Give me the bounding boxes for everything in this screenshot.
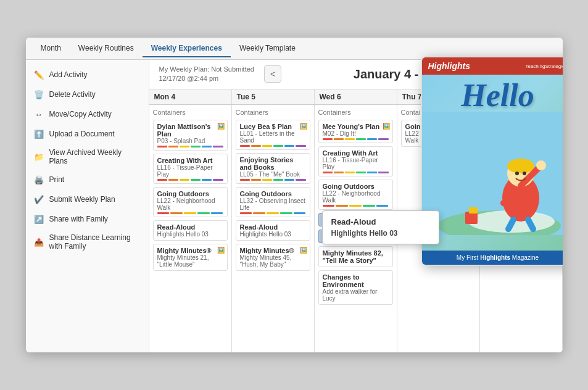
card-icon: 🖼️ bbox=[383, 123, 390, 130]
tooltip-subtitle: Highlights Hello 03 bbox=[331, 229, 430, 238]
magazine-overlay: Highlights TeachingStrategies Hello bbox=[421, 56, 563, 266]
activity-card[interactable]: 🖼️ Dylan Mattison's Plan P03 - Splash Pa… bbox=[153, 120, 228, 151]
sidebar-item-submit-weekly-plan[interactable]: ✔️ Submit Weekly Plan bbox=[26, 189, 149, 209]
activity-title: Mighty Minutes 82, "Tell Me a Story" bbox=[323, 249, 389, 264]
tab-month[interactable]: Month bbox=[32, 40, 70, 57]
activity-title: Dylan Mattison's Plan bbox=[157, 123, 223, 138]
activity-card-changes[interactable]: Changes to Environment Add extra walker … bbox=[318, 270, 393, 305]
sidebar-item-print[interactable]: 🖨️ Print bbox=[26, 170, 149, 189]
activity-card[interactable]: Creating With Art LL16 - Tissue-Paper Pl… bbox=[153, 154, 228, 184]
card-stripes bbox=[323, 138, 389, 140]
print-label: Print bbox=[49, 175, 65, 184]
magazine-brand: Highlights bbox=[428, 61, 470, 71]
activity-card[interactable]: 🖼️ Mighty Minutes® Mighty Minutes 21, "L… bbox=[153, 244, 228, 271]
activity-card[interactable]: Going Outdoors LL22 - Neighborhood Walk bbox=[318, 180, 393, 210]
share-distance-icon: 📤 bbox=[33, 236, 44, 247]
share-family-label: Share with Family bbox=[49, 215, 108, 223]
card-stripes bbox=[323, 205, 389, 207]
card-icon: 🖼️ bbox=[300, 247, 307, 254]
sidebar-item-delete-activity[interactable]: 🗑️ Delete Activity bbox=[26, 85, 149, 104]
plan-status-text: My Weekly Plan: Not Submitted bbox=[159, 65, 254, 74]
sidebar-item-view-archived[interactable]: 📁 View Archived Weekly Plans bbox=[26, 144, 149, 170]
svg-line-10 bbox=[528, 220, 533, 229]
card-stripes bbox=[323, 172, 389, 173]
activity-card[interactable]: Enjoying Stories and Books LL05 - The "M… bbox=[236, 153, 310, 184]
activity-sub: LL32 - Observing Insect Life bbox=[240, 197, 306, 211]
print-icon: 🖨️ bbox=[33, 174, 44, 185]
svg-point-14 bbox=[523, 172, 526, 175]
tab-weekly-routines[interactable]: Weekly Routines bbox=[70, 40, 143, 57]
view-archived-label: View Archived Weekly Plans bbox=[49, 148, 141, 165]
card-icon: 🖼️ bbox=[300, 123, 307, 130]
svg-point-7 bbox=[536, 160, 546, 170]
magazine-illustration bbox=[422, 112, 563, 235]
activity-sub: LL16 - Tissue-Paper Play bbox=[157, 164, 223, 178]
move-copy-icon: ↔️ bbox=[33, 109, 44, 120]
activity-card[interactable]: Mighty Minutes 82, "Tell Me a Story" bbox=[318, 246, 393, 267]
day-header-mon: Mon 4 bbox=[149, 89, 232, 104]
tab-weekly-template[interactable]: Weekly Template bbox=[231, 40, 304, 57]
activity-sub: Add extra walker for Lucy bbox=[323, 288, 389, 302]
activity-sub: Highlights Hello 03 bbox=[157, 231, 223, 238]
day-col-tue: Containers 🖼️ Lucy Bea $ Plan LL01 - Let… bbox=[232, 105, 315, 352]
card-stripes bbox=[157, 146, 223, 147]
activity-sub: LL05 - The "Me" Book bbox=[240, 171, 306, 178]
activity-card[interactable]: Going Outdoors LL22 - Neighborhood Walk bbox=[153, 187, 228, 217]
activity-sub: Mighty Minutes 45, "Hush, My Baby" bbox=[240, 254, 306, 268]
activity-card[interactable]: 🖼️ Mighty Minutes® Mighty Minutes 45, "H… bbox=[236, 244, 310, 271]
day-header-tue: Tue 5 bbox=[232, 89, 315, 104]
activity-title: Creating With Art bbox=[323, 149, 389, 157]
activity-title: Read-Aloud bbox=[157, 223, 223, 231]
svg-point-5 bbox=[507, 159, 534, 173]
containers-label-tue: Containers bbox=[236, 109, 310, 116]
magazine-hello: Hello bbox=[422, 75, 563, 112]
delete-activity-label: Delete Activity bbox=[49, 90, 96, 99]
move-copy-label: Move/Copy Activity bbox=[49, 110, 112, 118]
card-stripes bbox=[240, 179, 306, 181]
sidebar-item-upload[interactable]: ⬆️ Upload a Document bbox=[26, 124, 149, 144]
add-activity-icon: ✏️ bbox=[33, 69, 44, 80]
plan-status: My Weekly Plan: Not Submitted 12/17/20 @… bbox=[159, 65, 254, 84]
day-header-wed: Wed 6 bbox=[315, 89, 397, 104]
magazine-header: Highlights TeachingStrategies bbox=[422, 57, 563, 75]
activity-card[interactable]: 🖼️ Lucy Bea $ Plan LL01 - Letters in the… bbox=[236, 120, 310, 150]
activity-card[interactable]: Creating With Art LL16 - Tissue-Paper Pl… bbox=[318, 146, 393, 176]
activity-sub: LL16 - Tissue-Paper Play bbox=[323, 157, 389, 170]
submit-icon: ✔️ bbox=[33, 194, 44, 205]
tooltip-title: Read-Aloud bbox=[331, 217, 430, 226]
prev-arrow[interactable]: < bbox=[264, 65, 281, 83]
sidebar-item-move-copy[interactable]: ↔️ Move/Copy Activity bbox=[26, 104, 149, 124]
activity-title: Mee Young's Plan bbox=[323, 123, 389, 130]
activity-card[interactable]: 🖼️ Mee Young's Plan M02 - Dig It! bbox=[318, 120, 393, 143]
containers-label-mon: Containers bbox=[153, 109, 228, 116]
activity-title: Read-Aloud bbox=[240, 223, 306, 231]
activity-title: Lucy Bea $ Plan bbox=[240, 123, 306, 130]
activity-title: Mighty Minutes® bbox=[157, 247, 223, 254]
magazine-footer: My First Highlights Magazine bbox=[422, 251, 563, 265]
activity-sub: LL22 - Neighborhood Walk bbox=[157, 197, 223, 211]
sidebar-item-share-family[interactable]: ↗️ Share with Family bbox=[26, 209, 149, 229]
activity-card[interactable]: Read-Aloud Highlights Hello 03 bbox=[236, 220, 310, 241]
activity-card[interactable]: Read-Aloud Highlights Hello 03 bbox=[153, 220, 228, 241]
share-distance-label: Share Distance Learning with Family bbox=[49, 233, 141, 251]
activity-title: Mighty Minutes® bbox=[240, 247, 306, 254]
sidebar-item-share-distance[interactable]: 📤 Share Distance Learning with Family bbox=[26, 229, 149, 255]
activity-title: Going Outdoors bbox=[240, 190, 306, 197]
activity-sub: LL22 - Neighborhood Walk bbox=[323, 190, 389, 204]
containers-label-wed: Containers bbox=[318, 109, 393, 116]
activity-card[interactable]: Going Outdoors LL32 - Observing Insect L… bbox=[236, 187, 310, 217]
add-activity-label: Add Activity bbox=[49, 70, 88, 79]
app-container: Month Weekly Routines Weekly Experiences… bbox=[26, 38, 563, 352]
card-icon: 🖼️ bbox=[217, 123, 225, 130]
svg-rect-12 bbox=[469, 207, 478, 214]
plan-date-note: 12/17/20 @2:44 pm bbox=[159, 74, 254, 83]
share-family-icon: ↗️ bbox=[33, 214, 44, 225]
tab-weekly-experiences[interactable]: Weekly Experiences bbox=[143, 40, 231, 57]
delete-activity-icon: 🗑️ bbox=[33, 89, 44, 100]
sidebar-item-add-activity[interactable]: ✏️ Add Activity bbox=[26, 65, 149, 85]
activity-sub: P03 - Splash Pad bbox=[157, 138, 223, 144]
card-stripes bbox=[157, 179, 223, 181]
tooltip-popup: Read-Aloud Highlights Hello 03 bbox=[322, 210, 439, 244]
upload-icon: ⬆️ bbox=[33, 128, 44, 139]
activity-sub: LL01 - Letters in the Sand bbox=[240, 130, 306, 144]
